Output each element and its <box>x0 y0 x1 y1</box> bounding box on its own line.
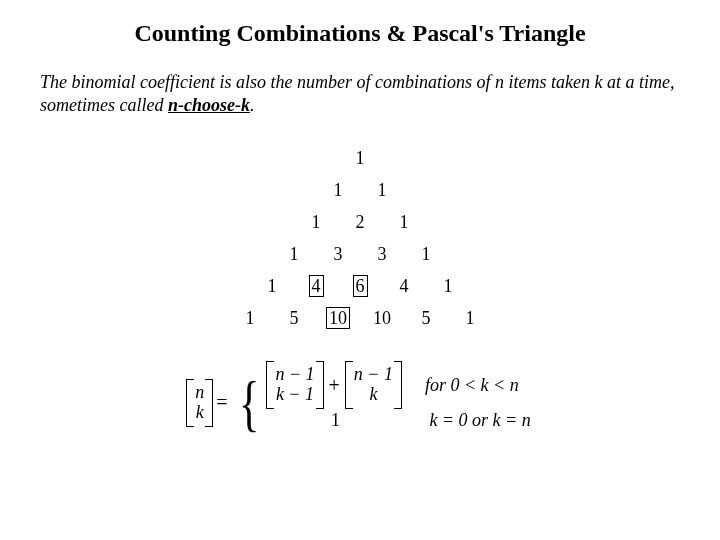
case1-condition: for 0 < k < n <box>405 375 519 396</box>
triangle-cell-boxed: 4 <box>309 275 324 297</box>
triangle-cell: 10 <box>316 308 360 329</box>
triangle-cell: 1 <box>228 308 272 329</box>
triangle-cell: 10 <box>360 308 404 329</box>
case1-a-top: n − 1 <box>271 365 318 385</box>
case2-condition: k = 0 or k = n <box>409 410 530 431</box>
intro-text-2: . <box>250 95 255 115</box>
case1-term-b: n − 1 k <box>350 363 397 407</box>
triangle-row-1: 11 <box>40 180 680 201</box>
case2-value: 1 <box>269 410 403 431</box>
triangle-cell: 1 <box>404 244 448 265</box>
triangle-cell-boxed: 10 <box>326 307 350 329</box>
equals-sign: = <box>214 391 229 414</box>
triangle-cell: 1 <box>338 148 382 169</box>
case1-b-top: n − 1 <box>350 365 397 385</box>
triangle-cell-boxed: 6 <box>353 275 368 297</box>
triangle-cell: 3 <box>316 244 360 265</box>
intro-paragraph: The binomial coefficient is also the num… <box>40 71 680 118</box>
triangle-row-2: 121 <box>40 212 680 233</box>
brace-icon: { <box>238 376 260 430</box>
triangle-cell: 2 <box>338 212 382 233</box>
pascal-triangle: 1 11 121 1331 14641 15101051 <box>40 148 680 358</box>
lhs-n: n <box>191 383 208 403</box>
triangle-row-4: 14641 <box>40 276 680 297</box>
triangle-cell: 4 <box>294 276 338 297</box>
case1-b-bot: k <box>365 385 381 405</box>
triangle-cell: 1 <box>382 212 426 233</box>
triangle-cell: 5 <box>404 308 448 329</box>
lhs-bracket: n k <box>191 381 208 425</box>
cases-block: n − 1 k − 1 + n − 1 k for 0 < k < n 1 k … <box>269 368 530 438</box>
case1-term-a: n − 1 k − 1 <box>271 363 318 407</box>
triangle-cell: 5 <box>272 308 316 329</box>
triangle-cell: 4 <box>382 276 426 297</box>
triangle-row-3: 1331 <box>40 244 680 265</box>
triangle-cell: 1 <box>316 180 360 201</box>
plus-sign: + <box>327 374 342 397</box>
triangle-cell: 1 <box>272 244 316 265</box>
triangle-cell: 1 <box>360 180 404 201</box>
case-row-1: n − 1 k − 1 + n − 1 k for 0 < k < n <box>269 368 530 403</box>
page-title: Counting Combinations & Pascal's Triangl… <box>40 20 680 47</box>
intro-bold-term: n-choose-k <box>168 95 250 115</box>
case1-a-bot: k − 1 <box>272 385 318 405</box>
triangle-cell: 6 <box>338 276 382 297</box>
triangle-cell: 3 <box>360 244 404 265</box>
triangle-cell: 1 <box>448 308 492 329</box>
triangle-row-5: 15101051 <box>40 308 680 329</box>
triangle-row-0: 1 <box>40 148 680 169</box>
triangle-cell: 1 <box>250 276 294 297</box>
binomial-formula: n k = { n − 1 k − 1 + n − 1 k for 0 < k … <box>40 368 680 438</box>
triangle-cell: 1 <box>294 212 338 233</box>
intro-text-1: The binomial coefficient is also the num… <box>40 72 674 115</box>
triangle-cell: 1 <box>426 276 470 297</box>
lhs-k: k <box>192 403 208 423</box>
